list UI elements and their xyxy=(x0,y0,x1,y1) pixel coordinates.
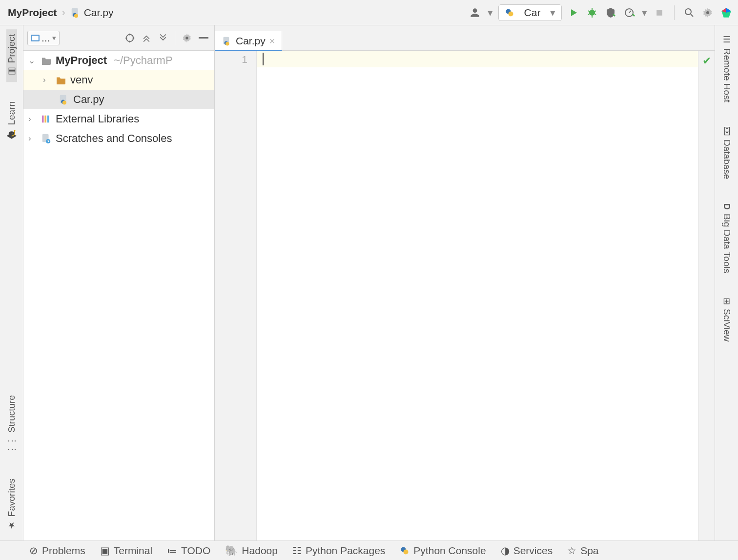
folder-icon xyxy=(56,76,66,84)
tool-window-services[interactable]: ◑ Services xyxy=(501,545,553,557)
python-file-icon xyxy=(59,94,69,105)
editor-tab-car[interactable]: Car.py × xyxy=(215,31,282,51)
hide-panel-button[interactable] xyxy=(197,31,210,45)
jetbrains-logo-icon[interactable] xyxy=(719,6,733,20)
settings-button[interactable] xyxy=(701,6,715,20)
tool-window-label: SciView xyxy=(721,309,732,341)
big-data-icon: D xyxy=(721,203,732,210)
text-caret xyxy=(263,53,264,65)
tool-window-label: Big Data Tools xyxy=(721,214,732,273)
services-icon: ◑ xyxy=(501,545,510,557)
python-file-icon xyxy=(222,36,232,46)
tree-external-libraries[interactable]: › External Libraries xyxy=(23,109,214,129)
svg-rect-20 xyxy=(47,116,49,123)
stop-button[interactable] xyxy=(653,6,666,20)
inspection-ok-icon[interactable]: ✔ xyxy=(702,55,711,540)
collapse-all-button[interactable] xyxy=(156,31,170,45)
python-icon xyxy=(400,546,410,556)
tool-window-big-data[interactable]: D Big Data Tools xyxy=(721,199,732,278)
python-file-icon xyxy=(70,7,81,18)
profile-button[interactable] xyxy=(622,6,636,20)
dropdown-caret-icon[interactable]: ▾ xyxy=(641,6,648,20)
toolbar-right: ▾ Car ▾ ▾ xyxy=(468,4,733,21)
separator xyxy=(674,5,675,20)
folder-icon: ▤ xyxy=(6,67,17,77)
left-tool-strip: ▤ Project 🎓 Learn ⋮⋮ Structure ★ Favorit… xyxy=(0,25,23,540)
tool-window-database[interactable]: 🗄 Database xyxy=(721,122,732,184)
tool-window-label: Project xyxy=(6,34,17,63)
tool-window-todo[interactable]: ≔ TODO xyxy=(167,545,210,557)
close-tab-button[interactable]: × xyxy=(269,36,275,47)
packages-icon: ☷ xyxy=(292,545,302,557)
panel-settings-button[interactable] xyxy=(180,31,194,45)
tree-label: Scratches and Consoles xyxy=(56,132,172,145)
svg-point-5 xyxy=(589,10,595,16)
tool-window-project[interactable]: ▤ Project xyxy=(6,29,17,82)
tool-window-structure[interactable]: ⋮⋮ Structure xyxy=(6,390,17,459)
tool-window-favorites[interactable]: ★ Favorites xyxy=(6,474,17,536)
tree-label: External Libraries xyxy=(56,113,139,125)
tool-window-remote-host[interactable]: ☰ Remote Host xyxy=(721,29,732,107)
coverage-button[interactable] xyxy=(604,6,617,20)
tree-scratches[interactable]: › Scratches and Consoles xyxy=(23,129,214,148)
tree-folder-venv[interactable]: › venv xyxy=(23,70,214,90)
tree-label: Car.py xyxy=(73,93,104,106)
tool-window-spark[interactable]: ☆ Spa xyxy=(567,545,598,557)
svg-point-17 xyxy=(62,100,66,104)
line-number: 1 xyxy=(215,54,247,65)
project-panel: ... ▾ ⌄ MyProject ~/PycharmP xyxy=(23,25,215,540)
tool-window-learn[interactable]: 🎓 Learn xyxy=(6,97,17,145)
locate-file-button[interactable] xyxy=(123,31,137,45)
project-panel-toolbar: ... ▾ xyxy=(23,25,214,51)
folder-icon xyxy=(41,56,52,65)
tool-window-label: Hadoop xyxy=(242,545,278,557)
tool-window-label: Services xyxy=(513,545,553,557)
breadcrumb: MyProject › Car.py xyxy=(5,6,116,20)
library-icon xyxy=(41,114,52,124)
tree-file-car[interactable]: Car.py xyxy=(23,90,214,109)
chevron-down-icon: ⌄ xyxy=(28,56,37,66)
tree-root-project[interactable]: ⌄ MyProject ~/PycharmP xyxy=(23,51,214,70)
chevron-right-icon: › xyxy=(28,134,37,143)
svg-rect-18 xyxy=(42,116,44,123)
search-everywhere-button[interactable] xyxy=(682,6,696,20)
project-view-selector[interactable]: ... ▾ xyxy=(27,31,60,45)
sciview-icon: ⊞ xyxy=(721,298,732,305)
chevron-down-icon: ▾ xyxy=(52,34,56,42)
expand-all-button[interactable] xyxy=(140,31,153,45)
tool-window-label: Structure xyxy=(6,395,17,433)
breadcrumb-project[interactable]: MyProject xyxy=(5,6,60,20)
chevron-right-icon: › xyxy=(43,75,52,85)
tool-window-hadoop[interactable]: 🐘 Hadoop xyxy=(225,545,278,557)
tool-window-label: Terminal xyxy=(114,545,152,557)
tool-window-sciview[interactable]: ⊞ SciView xyxy=(721,293,732,346)
editor-area: Car.py × 1 ✔ xyxy=(215,25,715,540)
scratches-icon xyxy=(41,133,52,144)
tool-window-python-console[interactable]: Python Console xyxy=(400,545,486,557)
svg-point-27 xyxy=(404,549,409,554)
todo-icon: ≔ xyxy=(167,545,177,557)
tool-window-label: Python Console xyxy=(413,545,486,557)
bottom-tool-bar: ⊘ Problems ▣ Terminal ≔ TODO 🐘 Hadoop ☷ … xyxy=(0,540,738,560)
tool-window-label: Remote Host xyxy=(721,48,732,102)
tool-window-terminal[interactable]: ▣ Terminal xyxy=(100,545,152,557)
dropdown-caret-icon[interactable]: ▾ xyxy=(487,6,493,20)
tree-label: MyProject xyxy=(56,54,107,67)
breadcrumb-file-label: Car.py xyxy=(84,7,114,19)
tool-window-problems[interactable]: ⊘ Problems xyxy=(29,545,85,557)
breadcrumb-project-label: MyProject xyxy=(8,7,57,19)
terminal-icon: ▣ xyxy=(100,545,110,557)
project-tree: ⌄ MyProject ~/PycharmP › venv xyxy=(23,51,214,540)
breadcrumb-file[interactable]: Car.py xyxy=(67,6,117,20)
debug-button[interactable] xyxy=(585,6,599,20)
svg-rect-7 xyxy=(656,10,662,16)
inspection-status-strip: ✔ xyxy=(698,51,715,540)
tool-window-label: Python Packages xyxy=(306,545,385,557)
vcs-user-icon[interactable] xyxy=(468,6,482,20)
run-button[interactable] xyxy=(567,6,580,20)
tool-window-label: TODO xyxy=(181,545,210,557)
tool-window-python-packages[interactable]: ☷ Python Packages xyxy=(292,545,385,557)
code-editor[interactable] xyxy=(257,51,698,540)
run-configuration-selector[interactable]: Car ▾ xyxy=(498,4,562,21)
run-config-label: Car xyxy=(518,7,546,19)
